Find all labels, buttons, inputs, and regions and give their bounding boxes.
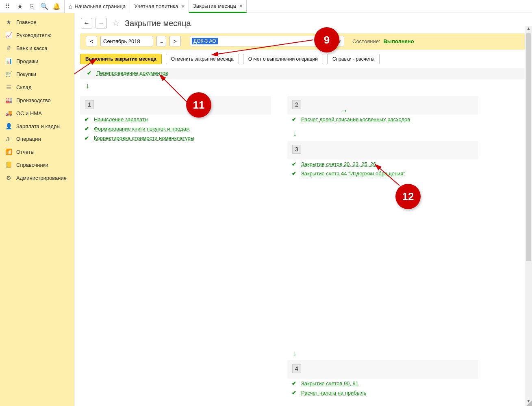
period-next-button[interactable]: > <box>169 36 181 46</box>
operations-report-button[interactable]: Отчет о выполнении операций <box>243 54 323 64</box>
stage-number: 2 <box>292 100 301 109</box>
sidebar: ★Главное 📈Руководителю ₽Банк и касса 📊Пр… <box>0 13 74 406</box>
factory-icon: 🏭 <box>5 97 12 103</box>
stage-link[interactable]: Закрытие счета 44 "Издержки обращения" <box>301 170 405 177</box>
check-icon: ✔ <box>291 380 297 386</box>
callout-11: 11 <box>186 92 211 118</box>
flow-arrow-down-icon: ↓ <box>293 130 478 138</box>
sidebar-item-main[interactable]: ★Главное <box>0 15 74 28</box>
sidebar-item-label: Администрирование <box>16 175 67 181</box>
cancel-close-button[interactable]: Отменить закрытие месяца <box>166 54 239 64</box>
tab-label: Закрытие месяца <box>193 3 236 9</box>
sidebar-item-label: Справочники <box>16 162 48 168</box>
sidebar-item-payroll[interactable]: 👤Зарплата и кадры <box>0 120 74 133</box>
stage-item: ✔Расчет налога на прибыль <box>287 388 478 397</box>
signal-icon: 📶 <box>5 148 12 155</box>
back-button[interactable]: ← <box>81 18 92 28</box>
execute-close-button[interactable]: Выполнить закрытие месяца <box>80 54 162 64</box>
sidebar-item-bank[interactable]: ₽Банк и касса <box>0 41 74 55</box>
resize-handle-icon[interactable] <box>526 400 532 406</box>
stage-item: ✔Закрытие счетов 90, 91 <box>287 379 478 388</box>
vertical-scrollbar[interactable]: ▲ ▼ <box>525 26 532 406</box>
sidebar-item-label: Руководителю <box>16 32 52 38</box>
person-icon: 👤 <box>5 123 12 129</box>
tab-label: Учетная политика <box>134 3 178 9</box>
stage-1-column: 1 ✔Начисление зарплаты ✔Формирование кни… <box>80 96 271 403</box>
close-icon[interactable]: × <box>239 3 243 9</box>
stage-link[interactable]: Корректировка стоимости номенклатуры <box>94 135 194 141</box>
sidebar-item-label: Покупки <box>16 71 36 77</box>
sidebar-item-purchases[interactable]: 🛒Покупки <box>0 68 74 81</box>
truck-icon: 🚚 <box>5 110 12 116</box>
status-value: Выполнено <box>383 38 414 44</box>
sidebar-item-label: ОС и НМА <box>16 110 42 116</box>
sidebar-item-label: Банк и касса <box>16 45 48 51</box>
period-pick-button[interactable]: ... <box>156 36 166 46</box>
sidebar-item-sales[interactable]: 📊Продажи <box>0 55 74 68</box>
tab-home[interactable]: ⌂ Начальная страница <box>65 0 130 13</box>
sidebar-item-label: Операции <box>16 136 41 142</box>
sidebar-item-warehouse[interactable]: ☰Склад <box>0 81 74 94</box>
dtkt-icon: Дт <box>5 137 12 141</box>
stage-link[interactable]: Начисление зарплаты <box>94 116 148 122</box>
stage-number: 1 <box>85 100 94 109</box>
sidebar-item-label: Главное <box>16 19 37 25</box>
sidebar-item-operations[interactable]: ДтОперации <box>0 133 74 145</box>
favorite-icon[interactable]: ★ <box>14 0 26 13</box>
stage-right-column: 2 ✔Расчет долей списания косвенных расхо… <box>287 96 478 403</box>
sidebar-item-admin[interactable]: ⚙Администрирование <box>0 171 74 184</box>
check-icon: ✔ <box>291 116 297 122</box>
flow-arrow-down-icon: ↓ <box>86 82 532 90</box>
stage-number: 4 <box>292 364 301 373</box>
reconduct-link[interactable]: Перепроведение документов <box>96 70 168 76</box>
reconduct-row: ✔ Перепроведение документов <box>80 68 526 79</box>
sidebar-item-catalogs[interactable]: 📒Справочники <box>0 158 74 171</box>
period-field[interactable] <box>100 36 153 46</box>
close-icon[interactable]: × <box>181 3 185 9</box>
bars-icon: 📊 <box>5 58 12 64</box>
clipboard-icon[interactable]: ⎘ <box>26 0 38 13</box>
check-icon: ✔ <box>291 161 297 167</box>
check-icon: ✔ <box>83 126 90 132</box>
organization-value: ДОК-3 АО <box>192 38 218 44</box>
scroll-thumb[interactable] <box>526 33 531 261</box>
search-icon[interactable]: 🔍 <box>38 0 50 13</box>
status-label: Состояние: <box>352 38 380 44</box>
tab-month-close[interactable]: Закрытие месяца × <box>189 0 247 13</box>
stage-link[interactable]: Закрытие счетов 20, 23, 25, 26 <box>301 161 376 167</box>
sidebar-item-label: Отчеты <box>16 149 35 155</box>
scroll-up-icon[interactable]: ▲ <box>525 26 532 33</box>
stage-link[interactable]: Закрытие счетов 90, 91 <box>301 380 358 386</box>
stage-link[interactable]: Расчет налога на прибыль <box>301 390 366 396</box>
callout-12: 12 <box>395 184 421 209</box>
stage-item: ✔Корректировка стоимости номенклатуры <box>80 133 271 143</box>
list-icon: ☰ <box>5 84 12 90</box>
sidebar-item-reports[interactable]: 📶Отчеты <box>0 145 74 158</box>
notifications-icon[interactable]: 🔔 <box>50 0 63 13</box>
check-icon: ✔ <box>83 116 90 122</box>
page-title: Закрытие месяца <box>125 19 191 28</box>
sidebar-item-production[interactable]: 🏭Производство <box>0 94 74 107</box>
check-icon: ✔ <box>291 170 297 177</box>
stage-link[interactable]: Формирование книги покупок и продаж <box>94 126 190 132</box>
chart-icon: 📈 <box>5 32 12 38</box>
check-icon: ✔ <box>291 390 297 396</box>
page-header: ← → ☆ Закрытие месяца <box>74 13 532 33</box>
check-icon: ✔ <box>86 70 92 76</box>
tab-accounting-policy[interactable]: Учетная политика × <box>130 0 189 13</box>
flow-arrow-down-icon: ↓ <box>293 349 478 358</box>
period-prev-button[interactable]: < <box>86 36 97 46</box>
references-button[interactable]: Справки - расчеты <box>327 54 380 64</box>
content-area: ← → ☆ Закрытие месяца < ... > ДОК-3 АО ▾… <box>74 13 532 406</box>
forward-button[interactable]: → <box>96 18 107 28</box>
cart-icon: 🛒 <box>5 71 12 77</box>
sidebar-item-manager[interactable]: 📈Руководителю <box>0 28 74 41</box>
gear-icon: ⚙ <box>5 175 12 181</box>
stage-link[interactable]: Расчет долей списания косвенных расходов <box>301 116 410 122</box>
actions-row: Выполнить закрытие месяца Отменить закры… <box>74 50 532 68</box>
sidebar-item-fixed-assets[interactable]: 🚚ОС и НМА <box>0 107 74 120</box>
sidebar-item-label: Зарплата и кадры <box>16 123 61 129</box>
apps-icon[interactable]: ⠿ <box>2 0 14 13</box>
star-outline-icon[interactable]: ☆ <box>112 18 120 28</box>
tabs-bar: ⌂ Начальная страница Учетная политика × … <box>64 0 247 13</box>
